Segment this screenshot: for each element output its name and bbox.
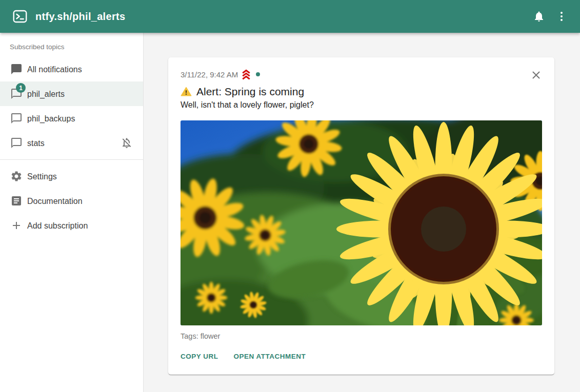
- chat-outline-icon: [10, 137, 23, 149]
- attachment-image[interactable]: [181, 120, 542, 325]
- appbar: ntfy.sh/phil_alerts: [0, 0, 580, 33]
- bell-icon: [533, 10, 545, 23]
- notification-meta: 3/11/22, 9:42 AM: [181, 69, 260, 80]
- close-icon: [530, 69, 543, 81]
- warning-icon: [181, 86, 192, 97]
- unread-dot: [256, 72, 260, 76]
- sidebar: Subscribed topics All notifications 1 ph…: [0, 33, 144, 392]
- bell-off-icon: [121, 137, 133, 149]
- sidebar-item-add-subscription[interactable]: Add subscription: [0, 213, 143, 238]
- appbar-actions: [528, 5, 573, 28]
- sidebar-item-all-notifications[interactable]: All notifications: [0, 57, 143, 81]
- main-content: 3/11/22, 9:42 AM: [144, 33, 580, 392]
- chat-filled-icon: [10, 63, 23, 75]
- notification-card: 3/11/22, 9:42 AM: [168, 57, 554, 375]
- sidebar-item-label: Settings: [27, 172, 57, 181]
- notification-body: Well, isn't that a lovely flower, piglet…: [181, 100, 542, 110]
- sidebar-item-label: Documentation: [27, 197, 83, 205]
- sidebar-item-label: phil_alerts: [27, 90, 65, 98]
- unread-count-badge: 1: [16, 83, 26, 93]
- kebab-menu-icon: [555, 10, 568, 23]
- notifications-button[interactable]: [528, 5, 550, 28]
- notification-actions: COPY URL OPEN ATTACHMENT: [181, 348, 542, 367]
- plus-icon: [10, 219, 23, 232]
- sidebar-item-documentation[interactable]: Documentation: [0, 189, 143, 213]
- open-attachment-button[interactable]: OPEN ATTACHMENT: [234, 349, 306, 363]
- overflow-menu-button[interactable]: [550, 5, 573, 28]
- notification-title-text: Alert: Spring is coming: [196, 86, 304, 98]
- article-icon: [10, 195, 23, 207]
- sidebar-item-label: stats: [27, 139, 45, 148]
- priority-high-chevrons-icon: [241, 69, 252, 80]
- notification-tags: Tags: flower: [181, 332, 542, 340]
- sidebar-item-stats[interactable]: stats: [0, 131, 143, 155]
- sidebar-item-phil-alerts[interactable]: 1 phil_alerts: [0, 81, 143, 106]
- gear-icon: [10, 170, 23, 182]
- chat-outline-icon: 1: [10, 88, 23, 100]
- subscribed-topics-label: Subscribed topics: [0, 36, 143, 57]
- appbar-title: ntfy.sh/phil_alerts: [35, 11, 125, 23]
- close-notification-button[interactable]: [529, 68, 543, 82]
- notification-title: Alert: Spring is coming: [181, 86, 542, 98]
- sidebar-item-label: All notifications: [27, 65, 82, 74]
- chat-outline-icon: [10, 112, 23, 125]
- terminal-logo-icon: [12, 9, 28, 24]
- notification-timestamp: 3/11/22, 9:42 AM: [181, 70, 238, 79]
- sidebar-item-label: phil_backups: [27, 114, 75, 123]
- sidebar-item-settings[interactable]: Settings: [0, 164, 143, 189]
- copy-url-button[interactable]: COPY URL: [181, 349, 218, 363]
- sidebar-item-phil-backups[interactable]: phil_backups: [0, 106, 143, 131]
- sidebar-item-label: Add subscription: [27, 221, 88, 230]
- sidebar-divider: [0, 159, 143, 160]
